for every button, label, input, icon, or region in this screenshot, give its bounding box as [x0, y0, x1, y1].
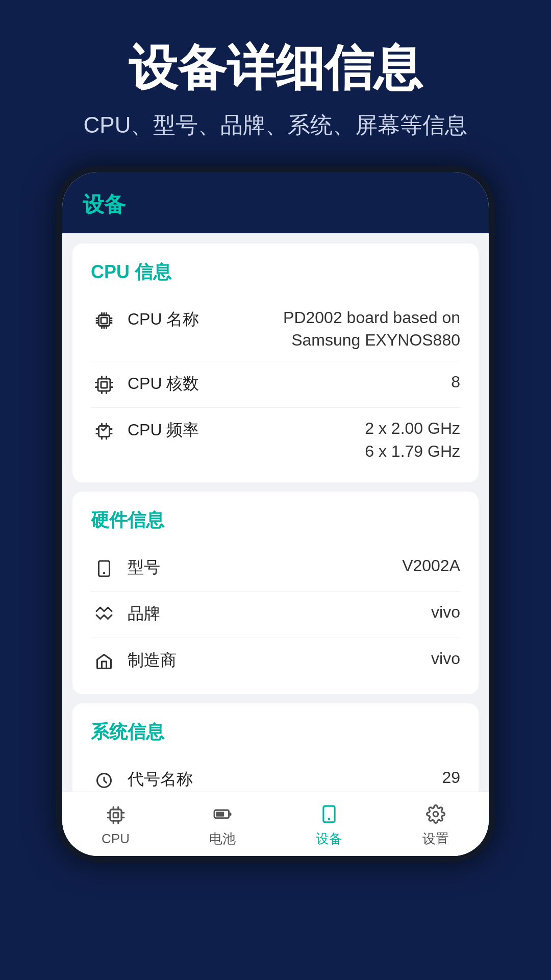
- brand-label: 品牌: [128, 601, 431, 625]
- svg-rect-14: [98, 379, 110, 391]
- nav-battery-label: 电池: [209, 830, 236, 848]
- cpu-freq-icon: [91, 418, 117, 445]
- svg-rect-38: [110, 810, 121, 821]
- cpu-freq-value: 2 x 2.00 GHz 6 x 1.79 GHz: [365, 417, 460, 463]
- phone-screen: 设备 CPU 信息: [62, 172, 489, 856]
- table-row: 制造商 vivo: [91, 638, 460, 684]
- device-nav-icon: [316, 801, 342, 827]
- cpu-cores-value: 8: [451, 371, 460, 394]
- svg-rect-1: [101, 317, 107, 324]
- cpu-icon: [91, 307, 117, 334]
- phone-icon: [91, 555, 117, 582]
- header: 设备详细信息 CPU、型号、品牌、系统、屏幕等信息: [0, 0, 551, 166]
- table-row: 品牌 vivo: [91, 592, 460, 638]
- battery-nav-icon: [210, 801, 235, 827]
- page-title: 设备详细信息: [31, 41, 520, 95]
- table-row: CPU 核数 8: [91, 361, 460, 408]
- cpu-cores-label: CPU 核数: [128, 371, 451, 395]
- nav-item-cpu[interactable]: CPU: [62, 792, 169, 856]
- system-section-title: 系统信息: [91, 720, 460, 745]
- svg-rect-39: [113, 813, 118, 818]
- table-row: 代号名称 29: [91, 757, 460, 792]
- system-card: 系统信息 代号名称 29: [72, 703, 479, 792]
- svg-rect-15: [101, 382, 107, 388]
- bottom-nav: CPU 电池 设备: [62, 792, 489, 856]
- nav-item-settings[interactable]: 设置: [382, 792, 489, 856]
- cpu-name-value: PD2002 board based on Samsung EXYNOS880: [266, 306, 460, 352]
- cpu-section-title: CPU 信息: [91, 260, 460, 285]
- manufacturer-value: vivo: [431, 647, 460, 670]
- table-row: CPU 名称 PD2002 board based on Samsung EXY…: [91, 297, 460, 362]
- codename-label: 代号名称: [128, 766, 442, 791]
- phone-mockup: 设备 CPU 信息: [56, 166, 495, 862]
- brand-icon: [91, 602, 117, 628]
- cpu-card: CPU 信息: [72, 243, 479, 482]
- nav-item-battery[interactable]: 电池: [169, 792, 276, 856]
- brand-value: vivo: [431, 601, 460, 624]
- home-icon: [91, 648, 117, 675]
- table-row: CPU 频率 2 x 2.00 GHz 6 x 1.79 GHz: [91, 408, 460, 472]
- manufacturer-label: 制造商: [128, 647, 431, 672]
- svg-rect-49: [216, 812, 224, 817]
- cpu-name-label: CPU 名称: [128, 306, 266, 331]
- nav-device-label: 设备: [316, 830, 342, 848]
- page-subtitle: CPU、型号、品牌、系统、屏幕等信息: [31, 110, 520, 140]
- table-row: 型号 V2002A: [91, 545, 460, 592]
- model-label: 型号: [128, 554, 402, 579]
- hardware-card: 硬件信息 型号 V2002A: [72, 492, 479, 694]
- app-bar: 设备: [62, 172, 489, 233]
- svg-rect-24: [99, 426, 110, 437]
- nav-cpu-label: CPU: [102, 831, 130, 847]
- model-value: V2002A: [402, 554, 460, 577]
- content-area[interactable]: CPU 信息: [62, 233, 489, 792]
- nav-settings-label: 设置: [422, 830, 449, 848]
- codename-value: 29: [442, 766, 460, 789]
- hardware-section-title: 硬件信息: [91, 508, 460, 533]
- app-bar-title: 设备: [83, 192, 126, 216]
- cpu-core-icon: [91, 372, 117, 398]
- nav-item-device[interactable]: 设备: [276, 792, 382, 856]
- codename-icon: [91, 767, 117, 792]
- settings-nav-icon: [423, 801, 448, 827]
- cpu-freq-label: CPU 频率: [128, 417, 365, 442]
- svg-point-52: [433, 812, 438, 817]
- cpu-nav-icon: [103, 802, 129, 828]
